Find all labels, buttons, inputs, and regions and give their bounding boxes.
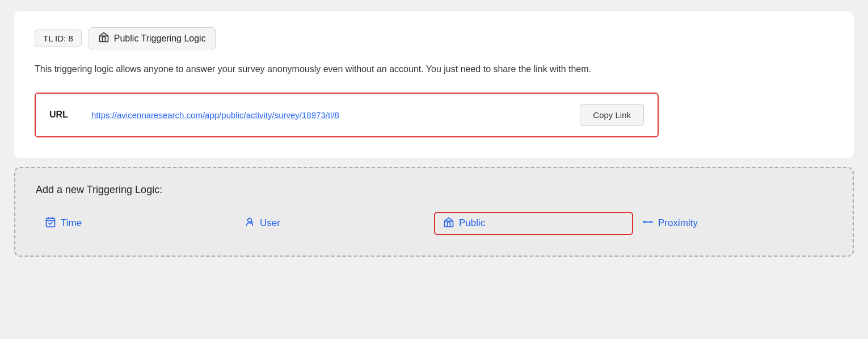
url-box: URL https://avicennaresearch.com/app/pub…: [35, 93, 659, 137]
public-option[interactable]: Public: [434, 212, 633, 235]
public-label: Public: [459, 217, 485, 229]
user-icon: [244, 216, 255, 231]
public-icon: [443, 216, 454, 231]
url-label: URL: [49, 110, 78, 120]
copy-link-button[interactable]: Copy Link: [580, 104, 644, 126]
url-link[interactable]: https://avicennaresearch.com/app/public/…: [91, 110, 566, 120]
user-option[interactable]: User: [235, 212, 434, 235]
proximity-option[interactable]: Proximity: [633, 212, 832, 235]
logic-options-row: Time User: [36, 212, 832, 235]
svg-point-5: [248, 218, 252, 222]
proximity-label: Proximity: [658, 217, 698, 229]
top-card: TL ID: 8 Public Triggering Logic This tr…: [14, 11, 854, 158]
header-row: TL ID: 8 Public Triggering Logic: [35, 27, 833, 49]
time-option[interactable]: Time: [36, 212, 235, 235]
tl-id-text: TL ID: 8: [43, 34, 73, 43]
svg-point-8: [644, 221, 646, 223]
user-label: User: [260, 217, 280, 229]
time-label: Time: [61, 217, 82, 229]
svg-point-9: [650, 221, 651, 223]
page-wrapper: TL ID: 8 Public Triggering Logic This tr…: [14, 11, 854, 257]
title-text: Public Triggering Logic: [114, 34, 206, 44]
add-logic-title: Add a new Triggering Logic:: [36, 184, 832, 196]
svg-point-6: [251, 222, 252, 223]
public-building-icon: [98, 31, 109, 45]
svg-rect-1: [47, 218, 55, 227]
proximity-icon: [642, 216, 654, 231]
add-logic-section: Add a new Triggering Logic: Time: [14, 167, 854, 257]
tl-id-badge: TL ID: 8: [35, 30, 82, 47]
title-pill: Public Triggering Logic: [89, 27, 216, 49]
time-icon: [45, 216, 56, 231]
description-text: This triggering logic allows anyone to a…: [35, 62, 659, 77]
